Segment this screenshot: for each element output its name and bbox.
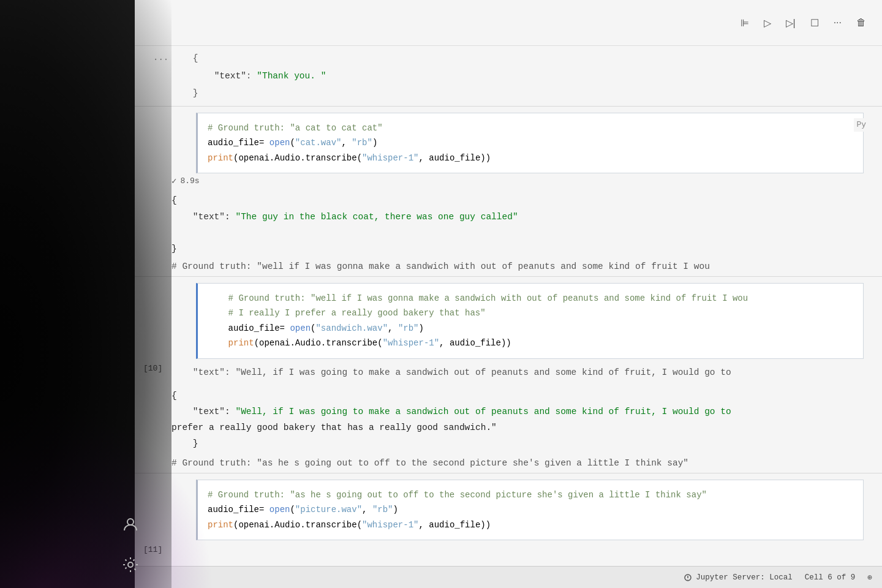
divider-3 <box>135 473 882 473</box>
json-output-sandwich: { "text": "Well, if I was going to make … <box>135 384 882 455</box>
code-cell-sandwich[interactable]: # Ground truth: "well if I was gonna mak… <box>196 283 864 359</box>
server-label: Jupyter Server: Local <box>696 573 793 582</box>
prev-cell-output-continuation: ... { "text": "Thank you. " } <box>135 46 882 106</box>
divider-2 <box>135 276 882 277</box>
delete-cell-button[interactable]: 🗑 <box>853 15 870 31</box>
comment-line-1: # Ground truth: "a cat to cat cat" <box>208 123 383 133</box>
cells-scroll: ... { "text": "Thank you. " } # Ground t… <box>135 46 882 566</box>
divider-1 <box>135 106 882 107</box>
overflow-text-sandwich: # Ground truth: "well if I was gonna mak… <box>135 260 882 276</box>
server-icon <box>684 573 692 582</box>
cell-picture-wav[interactable]: # Ground truth: "as he s going out to of… <box>165 480 876 541</box>
run-all-button[interactable]: ⊫ <box>737 15 753 31</box>
dots-indicator: ... <box>153 51 168 66</box>
code-cell-cat[interactable]: # Ground truth: "a cat to cat cat" audio… <box>196 113 864 174</box>
svg-point-1 <box>128 562 133 567</box>
user-icon[interactable] <box>119 513 141 535</box>
code-picture-3: print(openai.Audio.transcribe("whisper-1… <box>208 520 491 530</box>
status-bar: Jupyter Server: Local Cell 6 of 9 ⊕ <box>135 566 882 588</box>
sidebar <box>113 466 147 588</box>
more-button[interactable]: ··· <box>830 15 845 31</box>
code-cell-picture[interactable]: # Ground truth: "as he s going out to of… <box>196 480 864 541</box>
comment-picture-1: # Ground truth: "as he s going out to of… <box>208 490 707 500</box>
cell-right-label-py: Py <box>854 118 866 132</box>
json-output-cat: { "text": "The guy in the black coat, th… <box>135 189 882 260</box>
settings-icon[interactable] <box>119 554 141 576</box>
code-line-2: audio_file= open("cat.wav", "rb") <box>208 138 377 148</box>
svg-point-0 <box>127 519 134 525</box>
overflow-text-picture: # Ground truth: "as he s going out to of… <box>135 456 882 473</box>
output-line-sandwich-overflow: "text": "Well, if I was going to make a … <box>135 364 882 382</box>
notebook-container: ⊫ ▷ ▷| ☐ ··· 🗑 ... { "text": "Thank you.… <box>135 0 882 588</box>
run-next-button[interactable]: ▷| <box>782 15 799 31</box>
comment-sandwich-1: # Ground truth: "well if I was gonna mak… <box>208 293 748 303</box>
comment-sandwich-2: # I really I prefer a really good bakery… <box>208 308 486 318</box>
add-cell-button[interactable]: ☐ <box>807 15 823 31</box>
server-info: Jupyter Server: Local <box>684 573 793 582</box>
run-button[interactable]: ▷ <box>760 15 775 31</box>
code-picture-2: audio_file= open("picture.wav", "rb") <box>208 505 398 514</box>
code-line-3: print(openai.Audio.transcribe("whisper-1… <box>208 153 491 163</box>
exec-counter-area-11: [11] <box>135 540 882 548</box>
exec-counter-area-10: [10] "text": "Well, if I was going to ma… <box>135 359 882 384</box>
zoom-indicator: ⊕ <box>867 573 872 582</box>
cell-cat-wav[interactable]: # Ground truth: "a cat to cat cat" audio… <box>165 113 876 174</box>
exec-counter-10: [10] <box>143 364 162 373</box>
notebook-toolbar: ⊫ ▷ ▷| ☐ ··· 🗑 <box>135 0 882 46</box>
code-sandwich-3: audio_file= open("sandwich.wav", "rb") <box>208 323 424 333</box>
code-sandwich-4: print(openai.Audio.transcribe("whisper-1… <box>208 338 511 348</box>
cell-indicator: Cell 6 of 9 <box>805 573 856 582</box>
cells-area: ... { "text": "Thank you. " } # Ground t… <box>135 46 882 588</box>
cell-timing-cat: ✓ 8.9s <box>135 173 882 189</box>
cell-sandwich-wav[interactable]: # Ground truth: "well if I was gonna mak… <box>165 283 876 359</box>
